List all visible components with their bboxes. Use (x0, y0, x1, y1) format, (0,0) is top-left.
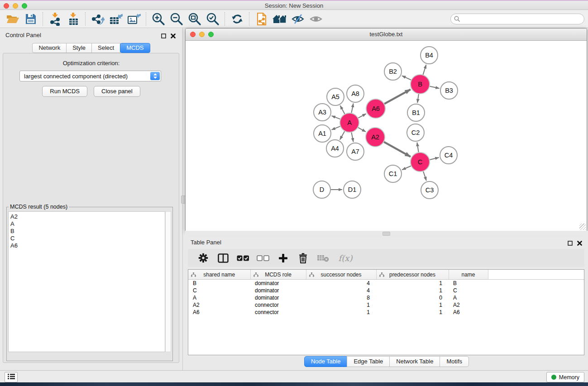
show-panels-eye-icon[interactable] (307, 11, 325, 27)
tab-network[interactable]: Network (32, 43, 67, 53)
import-network-icon[interactable] (46, 11, 64, 27)
refresh-icon[interactable] (228, 11, 246, 27)
export-image-icon[interactable] (125, 11, 143, 27)
table-row[interactable]: Adominator80A (188, 294, 584, 301)
table-cell[interactable]: connector (250, 301, 306, 309)
mcds-result-item[interactable]: A2 (10, 213, 165, 220)
zoom-in-icon[interactable] (149, 11, 167, 27)
graph-node-D[interactable]: D (313, 181, 330, 198)
graph-edge-A-A3[interactable] (332, 116, 340, 119)
graph-edge-B-B2[interactable] (402, 76, 411, 80)
column-header-predecessor-nodes[interactable]: predecessor nodes (376, 270, 449, 280)
graph-node-C[interactable]: C (411, 152, 430, 172)
graph-node-C3[interactable]: C3 (421, 181, 438, 199)
mcds-result-item[interactable]: B (10, 228, 165, 235)
column-header-name[interactable]: name (449, 270, 488, 280)
table-cell[interactable]: 1 (376, 309, 449, 316)
table-cell[interactable]: 4 (306, 280, 376, 287)
network-canvas[interactable]: B4B2BB3B1A5A8A6A3AA1C2A2A4A7C4CC1C3DD1 (186, 41, 587, 231)
mcds-list-scrollbar[interactable] (165, 211, 171, 352)
graph-edge-A6-B[interactable] (384, 90, 411, 104)
zoom-selected-icon[interactable] (204, 11, 222, 27)
column-selector-icon[interactable] (213, 250, 233, 266)
graph-edge-C-C4[interactable] (430, 157, 439, 160)
control-panel-close-icon[interactable] (171, 32, 176, 40)
table-cell[interactable]: C (449, 287, 488, 294)
tab-edge-table[interactable]: Edge Table (347, 356, 390, 367)
table-cell[interactable]: 8 (306, 294, 376, 301)
network-window-titlebar[interactable]: testGlobe.txt (186, 29, 587, 41)
tab-node-table[interactable]: Node Table (304, 356, 348, 367)
table-cell[interactable]: 1 (306, 301, 376, 309)
select-all-checkboxes-icon[interactable] (233, 250, 253, 266)
table-cell[interactable]: A2 (449, 301, 488, 309)
table-panel-close-icon[interactable] (577, 239, 582, 248)
import-table-icon[interactable] (64, 11, 82, 27)
network-graph[interactable]: B4B2BB3B1A5A8A6A3AA1C2A2A4A7C4CC1C3DD1 (186, 41, 587, 231)
table-cell[interactable]: connector (250, 309, 306, 316)
optimization-criterion-select[interactable]: largest connected component (directed) (19, 71, 161, 81)
graph-node-A5[interactable]: A5 (327, 88, 344, 105)
graph-edge-A-A6[interactable] (358, 114, 366, 118)
table-cell[interactable]: 4 (306, 287, 376, 294)
table-cell[interactable]: 1 (376, 280, 449, 287)
graph-node-A2[interactable]: A2 (366, 128, 385, 147)
table-row[interactable]: Bdominator41B (188, 280, 584, 287)
table-cell[interactable]: 1 (306, 309, 376, 316)
table-cell[interactable]: dominator (250, 280, 306, 287)
task-history-button[interactable] (5, 372, 18, 382)
run-mcds-button[interactable]: Run MCDS (42, 86, 87, 97)
control-panel-float-icon[interactable] (161, 32, 166, 40)
tab-motifs[interactable]: Motifs (440, 356, 469, 367)
table-panel-float-icon[interactable] (568, 239, 573, 248)
graph-edge-A-A5[interactable] (340, 105, 345, 114)
function-builder-button[interactable]: f(x) (333, 250, 358, 266)
mcds-result-item[interactable]: C (10, 235, 165, 242)
mcds-result-item[interactable]: A6 (10, 242, 165, 249)
table-cell[interactable]: dominator (250, 287, 306, 294)
table-cell[interactable]: A2 (188, 301, 250, 309)
graph-edge-C-C1[interactable] (402, 166, 411, 170)
table-cell[interactable]: A (188, 294, 250, 301)
deselect-all-checkboxes-icon[interactable] (253, 250, 273, 266)
graph-node-A8[interactable]: A8 (347, 85, 364, 102)
memory-button[interactable]: Memory (546, 372, 584, 382)
tab-select[interactable]: Select (91, 43, 120, 53)
graph-edge-A-A7[interactable] (351, 133, 353, 142)
export-table-icon[interactable] (107, 11, 125, 27)
graph-node-A4[interactable]: A4 (326, 140, 344, 157)
graph-edge-A-A8[interactable] (351, 104, 353, 113)
table-row[interactable]: A2connector11A2 (188, 301, 584, 309)
graph-node-B[interactable]: B (411, 75, 430, 94)
save-session-icon[interactable] (22, 11, 40, 27)
table-cell[interactable]: B (449, 280, 488, 287)
graph-edge-A-A2[interactable] (358, 128, 366, 132)
mcds-result-item[interactable]: A (10, 220, 165, 228)
table-cell[interactable]: B (188, 280, 250, 287)
graph-node-A1[interactable]: A1 (314, 125, 331, 142)
tab-style[interactable]: Style (66, 43, 92, 53)
delete-column-trash-icon[interactable] (293, 250, 313, 266)
tab-network-table[interactable]: Network Table (389, 356, 440, 367)
zoom-fit-icon[interactable] (186, 11, 204, 27)
table-row[interactable]: A6connector11A6 (188, 309, 584, 316)
column-header-MCDS-role[interactable]: MCDS role (250, 270, 306, 280)
graph-node-C1[interactable]: C1 (384, 165, 402, 182)
graph-node-A3[interactable]: A3 (314, 104, 331, 121)
table-cell[interactable]: dominator (250, 294, 306, 301)
settings-gear-icon[interactable] (193, 250, 213, 266)
add-column-icon[interactable] (273, 250, 293, 266)
graph-edge-C-C2[interactable] (417, 143, 418, 152)
table-cell[interactable]: C (188, 287, 250, 294)
delete-table-icon[interactable] (313, 250, 333, 266)
table-cell[interactable]: 0 (376, 294, 449, 301)
graph-node-A7[interactable]: A7 (347, 143, 364, 160)
graph-node-B1[interactable]: B1 (407, 104, 425, 121)
table-cell[interactable]: 1 (376, 301, 449, 309)
graph-node-D1[interactable]: D1 (344, 181, 361, 198)
horizontal-splitter[interactable] (185, 231, 588, 235)
graph-edge-A-A1[interactable] (331, 126, 340, 130)
column-header-shared-name[interactable]: shared name (188, 270, 250, 280)
graph-node-C4[interactable]: C4 (440, 147, 457, 164)
graph-edge-B-B3[interactable] (430, 86, 439, 89)
